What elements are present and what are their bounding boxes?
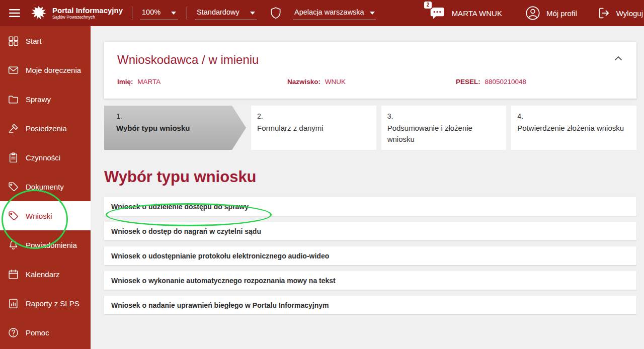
shield-icon [270,7,282,20]
sidebar-item-raporty-slps[interactable]: Raporty z SLPS [0,289,91,318]
header-right-cluster: 2 MARTA WNUK Mój profil Wyloguj [429,5,643,22]
option-wniosek-uprawnienia-bieglego[interactable]: Wniosek o nadanie uprawnień biegłego w P… [104,296,636,314]
contrast-button[interactable] [269,6,283,21]
step-number: 3. [387,112,500,120]
option-wniosek-dostep-do-sprawy[interactable]: Wniosek o udzielenie dostępu do sprawy [104,197,636,216]
sidebar-item-label: Raporty z SLPS [26,299,79,308]
collapse-card-button[interactable] [612,53,624,64]
chat-icon [430,6,445,20]
logout-link[interactable]: Wyloguj [616,9,643,18]
field-label: PESEL: [456,78,480,85]
top-header: Portal Informacyjny Sądów Powszechnych 1… [0,0,644,26]
step-label: Formularz z danymi [257,123,369,134]
user-name: MARTA WNUK [452,9,502,18]
option-wniosek-rozpoznanie-mowy[interactable]: Wniosek o wykonanie automatycznego rozpo… [104,271,636,290]
step-number: 2. [257,112,369,120]
sidebar-item-label: Dokumenty [26,183,64,191]
option-wniosek-protokol-audio-wideo[interactable]: Wniosek o udostępnianie protokołu elektr… [104,246,636,265]
hamburger-icon [9,9,20,17]
step-label: Podsumowanie i złożenie wniosku [387,123,500,145]
request-type-list: Wniosek o udzielenie dostępu do sprawy W… [104,197,636,314]
profile-link[interactable]: Mój profil [546,9,577,18]
chevron-down-icon [250,12,255,15]
separator [187,7,187,20]
field-imie: Imię: MARTA [117,78,287,85]
menu-button[interactable] [7,7,22,19]
sidebar-item-sprawy[interactable]: Sprawy [0,84,91,114]
sidebar-item-label: Kalendarz [26,270,60,279]
sidebar-item-dokumenty[interactable]: Dokumenty [0,172,91,201]
region-select[interactable]: Apelacja warszawska [293,6,376,20]
chevron-up-icon [614,56,622,61]
folder-icon [8,94,19,105]
brand-block: Portal Informacyjny Sądów Powszechnych [52,7,123,20]
help-icon [8,327,19,338]
person-icon [525,6,540,21]
field-nazwisko: Nazwisko: WNUK [287,78,456,85]
field-value: 88050210048 [485,78,527,85]
sidebar-item-wnioski[interactable]: Wnioski [0,201,91,230]
main-content: Wnioskodawca / w imieniu Imię: MARTA Naz… [91,26,644,349]
zoom-value: 100% [142,8,160,16]
sidebar-item-label: Powiadomienia [26,241,77,249]
calendar-icon [8,269,19,280]
sidebar-item-pomoc[interactable]: Pomoc [0,318,91,347]
wizard-step-4: 4. Potwierdzenie złożenia wniosku [511,106,636,150]
separator [132,7,132,20]
region-value: Apelacja warszawska [294,8,364,16]
grid-icon [8,35,19,47]
applicant-card: Wnioskodawca / w imieniu Imię: MARTA Naz… [104,42,636,99]
step-label: Wybór typu wniosku [116,123,224,134]
step-label: Potwierdzenie złożenia wniosku [517,123,629,134]
tag-icon [8,181,19,193]
sidebar-item-label: Sprawy [26,95,51,104]
field-pesel: PESEL: 88050210048 [456,78,623,85]
sidebar-item-moje-doreczenia[interactable]: Moje doręczenia [0,55,91,84]
chevron-down-icon [171,12,176,15]
logout-icon [597,6,611,20]
sidebar-item-label: Wnioski [26,212,52,220]
step-number: 1. [116,112,224,120]
wizard-step-2: 2. Formularz z danymi [251,106,376,150]
field-label: Imię: [117,78,133,85]
sidebar-item-label: Moje doręczenia [26,66,81,74]
eagle-logo [30,4,47,22]
sidebar-item-czynnosci[interactable]: Czynności [0,143,91,172]
sidebar-item-label: Czynności [26,153,60,162]
chevron-down-icon [370,12,375,15]
app-subtitle: Sądów Powszechnych [52,15,123,20]
gavel-icon [8,123,19,134]
eagle-icon [30,4,47,22]
sidebar: Start Moje doręczenia Sprawy Posiedzenia… [0,26,91,349]
messages-badge: 2 [424,2,432,9]
zoom-select[interactable]: 100% [140,6,178,20]
theme-select[interactable]: Standardowy [195,6,257,20]
wizard-step-3: 3. Podsumowanie i złożenie wniosku [381,106,507,150]
field-value: WNUK [325,78,346,85]
field-label: Nazwisko: [287,78,320,85]
report-icon [8,298,19,309]
profile-button[interactable] [524,5,541,22]
applicant-card-title: Wnioskodawca / w imieniu [117,53,623,67]
sidebar-item-start[interactable]: Start [0,26,91,55]
messages-button[interactable]: 2 [429,5,446,21]
bell-icon [8,239,19,251]
tag-icon [8,210,19,222]
sidebar-item-label: Posiedzenia [26,124,67,133]
clipboard-icon [8,152,19,163]
step-number: 4. [517,112,629,120]
logout-button[interactable] [596,5,612,21]
app-title: Portal Informacyjny [52,7,123,15]
envelope-icon [8,64,19,76]
applicant-fields: Imię: MARTA Nazwisko: WNUK PESEL: 880502… [117,78,623,85]
sidebar-item-powiadomienia[interactable]: Powiadomienia [0,230,91,259]
page-title: Wybór typu wniosku [104,168,644,186]
field-value: MARTA [137,78,160,85]
sidebar-item-posiedzenia[interactable]: Posiedzenia [0,114,91,143]
theme-value: Standardowy [197,8,239,16]
wizard-steps: 1. Wybór typu wniosku 2. Formularz z dan… [104,106,636,150]
option-wniosek-nagrania-czytelnia[interactable]: Wniosek o dostęp do nagrań w czytelni są… [104,222,636,240]
sidebar-item-kalendarz[interactable]: Kalendarz [0,259,91,289]
sidebar-item-label: Pomoc [26,328,49,337]
wizard-step-1: 1. Wybór typu wniosku [104,106,246,150]
